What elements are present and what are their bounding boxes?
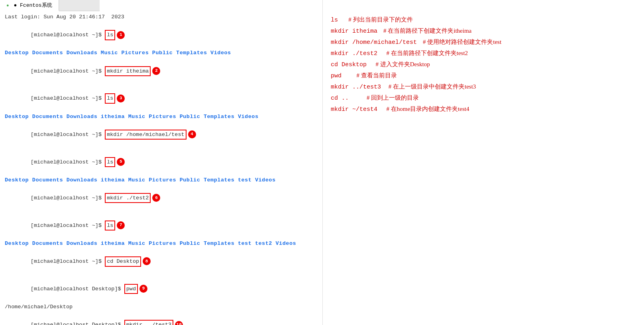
badge-2: 2 <box>152 67 160 75</box>
cmd-line-5: [michael@localhost ~]$ ls5 <box>5 148 318 176</box>
note-cmd-5: cd Desktop <box>331 61 367 68</box>
main-container: ● ● Fcentos系统 Last login: Sun Aug 20 21:… <box>0 0 644 325</box>
note-item-9: mkdir ~/test4 # 在home目录内创建文件夹test4 <box>331 104 636 115</box>
badge-1: 1 <box>117 31 125 39</box>
cmd-box-7: ls <box>105 221 115 231</box>
note-item-1: ls # 列出当前目录下的文件 <box>331 14 636 26</box>
cmd-line-1: [michael@localhost ~]$ ls1 <box>5 22 318 49</box>
terminal-panel: Last login: Sun Aug 20 21:46:17 2023 [mi… <box>0 0 323 325</box>
dir-list-3: Desktop Documents Downloads itheima Musi… <box>5 176 318 185</box>
cmd-line-6: [michael@localhost ~]$ mkdir ./test26 <box>5 184 318 212</box>
note-cmd-8: cd .. <box>331 95 349 102</box>
note-comment-5: # 进入文件夹Desktop <box>376 61 430 67</box>
note-item-4: mkdir ./test2 # 在当前路径下创建文件夹test2 <box>331 48 636 59</box>
tab-label: ● Fcentos系统 <box>14 2 52 8</box>
prompt-7: [michael@localhost ~]$ <box>31 223 105 228</box>
badge-6: 6 <box>152 194 160 202</box>
notes-panel: ls # 列出当前目录下的文件 mkdir itheima # 在当前路径下创建… <box>323 0 644 325</box>
prompt-8: [michael@localhost ~]$ <box>31 258 105 264</box>
note-cmd-7: mkdir ../test3 <box>331 84 381 91</box>
badge-5: 5 <box>117 158 125 166</box>
dir-list-1: Desktop Documents Downloads Music Pictur… <box>5 49 318 57</box>
cmd-line-4: [michael@localhost ~]$ mkdir /home/micha… <box>5 121 318 148</box>
note-item-8: cd .. # 回到上一级的目录 <box>331 93 636 104</box>
note-comment-3: # 使用绝对路径创建文件夹test <box>423 39 501 45</box>
note-cmd-6: pwd <box>331 73 342 79</box>
cmd-box-5: ls <box>105 157 115 167</box>
prompt-10: [michael@localhost Desktop]$ <box>31 322 124 325</box>
cmd-box-6: mkdir ./test2 <box>105 193 151 203</box>
cmd-line-7: [michael@localhost ~]$ ls7 <box>5 212 318 239</box>
cmd-box-1: ls <box>105 30 115 40</box>
cmd-line-2: [michael@localhost ~]$ mkdir itheima2 <box>5 57 318 85</box>
note-item-6: pwd # 查看当前目录 <box>331 70 636 81</box>
cmd-line-8: [michael@localhost ~]$ cd Desktop8 <box>5 248 318 275</box>
tab-item[interactable]: ● ● Fcentos系统 <box>0 0 59 11</box>
badge-9: 9 <box>139 285 147 293</box>
prompt-2: [michael@localhost ~]$ <box>31 68 105 74</box>
note-cmd-9: mkdir ~/test4 <box>331 106 377 113</box>
cmd-box-9: pwd <box>124 284 138 294</box>
path-output-1: /home/michael/Desktop <box>5 303 318 311</box>
prompt-3: [michael@localhost ~]$ <box>31 95 105 101</box>
note-item-3: mkdir /home/michael/test # 使用绝对路径创建文件夹te… <box>331 37 636 48</box>
badge-7: 7 <box>117 221 125 229</box>
cmd-box-4: mkdir /home/michael/test <box>105 130 186 140</box>
prompt-4: [michael@localhost ~]$ <box>31 132 105 138</box>
note-item-7: mkdir ../test3 # 在上一级目录中创建文件夹test3 <box>331 81 636 93</box>
cmd-line-10: [michael@localhost Desktop]$ mkdir ../te… <box>5 311 318 325</box>
note-comment-1: # 列出当前目录下的文件 <box>348 16 412 23</box>
note-comment-9: # 在home目录内创建文件夹test4 <box>387 106 469 112</box>
note-cmd-3: mkdir /home/michael/test <box>331 39 417 46</box>
note-comment-6: # 查看当前目录 <box>357 72 397 79</box>
cmd-box-10: mkdir ../test3 <box>124 320 173 325</box>
prompt-5: [michael@localhost ~]$ <box>31 159 105 165</box>
note-comment-7: # 在上一级目录中创建文件夹test3 <box>389 83 476 90</box>
note-cmd-1: ls <box>331 17 338 24</box>
dir-list-2: Desktop Documents Downloads itheima Musi… <box>5 112 318 121</box>
cmd-box-8: cd Desktop <box>105 256 141 267</box>
prompt-1: [michael@localhost ~]$ <box>31 32 105 38</box>
note-item-5: cd Desktop # 进入文件夹Desktop <box>331 59 636 70</box>
note-cmd-2: mkdir itheima <box>331 28 377 35</box>
note-comment-2: # 在当前路径下创建文件夹itheima <box>383 28 471 34</box>
cmd-line-3: [michael@localhost ~]$ ls3 <box>5 85 318 112</box>
note-cmd-4: mkdir ./test2 <box>331 50 377 57</box>
login-line: Last login: Sun Aug 20 21:46:17 2023 <box>5 13 318 22</box>
note-comment-8: # 回到上一级的目录 <box>367 95 419 101</box>
cmd-box-2: mkdir itheima <box>105 66 151 77</box>
dir-list-4: Desktop Documents Downloads itheima Musi… <box>5 239 318 248</box>
badge-8: 8 <box>143 257 151 265</box>
cmd-line-9: [michael@localhost Desktop]$ pwd9 <box>5 275 318 303</box>
prompt-9: [michael@localhost Desktop]$ <box>31 286 124 292</box>
prompt-6: [michael@localhost ~]$ <box>31 195 105 201</box>
badge-3: 3 <box>117 95 125 102</box>
note-comment-4: # 在当前路径下创建文件夹test2 <box>387 50 468 56</box>
badge-4: 4 <box>188 130 196 138</box>
cmd-box-3: ls <box>105 93 115 104</box>
note-item-2: mkdir itheima # 在当前路径下创建文件夹itheima <box>331 26 636 37</box>
badge-10: 10 <box>175 321 183 325</box>
